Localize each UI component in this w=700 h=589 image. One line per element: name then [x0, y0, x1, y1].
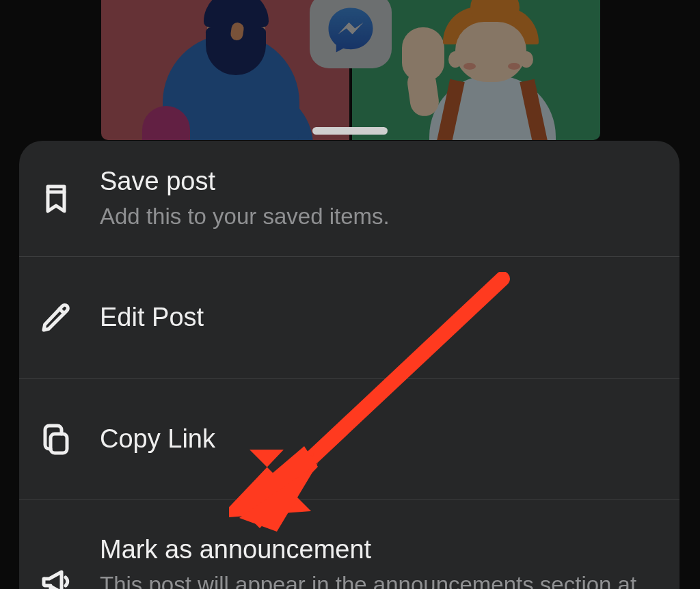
svg-rect-0: [51, 434, 67, 453]
copy-icon: [38, 423, 74, 456]
sheet-drag-handle[interactable]: [312, 127, 388, 135]
screenshot-stage: Save post Add this to your saved items. …: [0, 0, 700, 589]
background-illustration: [101, 0, 600, 140]
save-post-subtitle: Add this to your saved items.: [100, 202, 390, 232]
pencil-icon: [38, 301, 74, 334]
copy-link-title: Copy Link: [100, 424, 215, 455]
save-post-item[interactable]: Save post Add this to your saved items.: [19, 141, 679, 257]
bookmark-icon: [38, 182, 74, 215]
save-post-title: Save post: [100, 166, 390, 197]
edit-post-title: Edit Post: [100, 302, 204, 333]
edit-post-item[interactable]: Edit Post: [19, 257, 679, 379]
post-options-sheet: Save post Add this to your saved items. …: [19, 141, 679, 589]
illustration-woman: [368, 0, 587, 140]
megaphone-icon: [38, 565, 74, 589]
messenger-app-icon: [310, 0, 392, 68]
mark-announcement-subtitle: This post will appear in the announcemen…: [100, 570, 660, 589]
illustration-man: [122, 0, 334, 140]
mark-announcement-item[interactable]: Mark as announcement This post will appe…: [19, 500, 679, 589]
copy-link-item[interactable]: Copy Link: [19, 379, 679, 500]
mark-announcement-title: Mark as announcement: [100, 534, 660, 566]
